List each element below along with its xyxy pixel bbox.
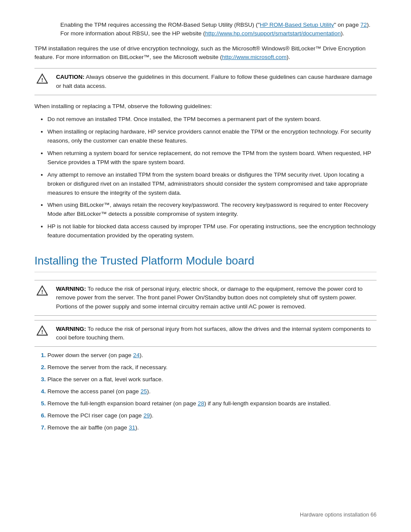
step-7-after: ). [135,424,139,431]
svg-text:!: ! [41,77,43,83]
step-7-text: Remove the air baffle (on page [47,424,129,431]
tpm-note-text1: TPM installation requires the use of dri… [34,45,365,61]
steps-list: Power down the server (on page 24). Remo… [47,351,377,432]
page: Enabling the TPM requires accessing the … [0,0,411,532]
microsoft-link[interactable]: http://www.microsoft.com [222,54,286,60]
list-item: When returning a system board for servic… [47,149,377,167]
svg-text:!: ! [41,329,43,335]
step-5-text: Remove the full-length expansion board r… [47,400,198,407]
step-6-link[interactable]: 29 [143,412,150,419]
intro-text-1: Enabling the TPM requires accessing the … [60,22,260,28]
caution-label: CAUTION: [56,74,84,80]
tpm-install-note: TPM installation requires the use of dri… [34,44,377,62]
step-1-link[interactable]: 24 [133,352,140,358]
step-6-after: ). [150,412,153,419]
step-5: Remove the full-length expansion board r… [47,399,377,408]
warning-label-1: WARNING: [56,286,86,292]
warning-icon-2: ! [34,325,50,336]
list-item: Any attempt to remove an installed TPM f… [47,171,377,198]
step-7: Remove the air baffle (on page 31). [47,423,377,432]
section-heading: Installing the Trusted Platform Module b… [34,252,377,272]
step-5-after: ) if any full-length expansion boards ar… [204,400,330,407]
step-4-link[interactable]: 25 [140,388,147,395]
page-footer: Hardware options installation 66 [300,511,377,519]
svg-text:!: ! [41,289,43,295]
warning-label-2: WARNING: [56,326,86,332]
warning-box-1: ! WARNING: To reduce the risk of persona… [34,280,377,316]
step-4-after: ). [147,388,150,395]
bullet-list: Do not remove an installed TPM. Once ins… [47,115,377,240]
warning-icon-1: ! [34,285,50,296]
step-3: Place the server on a flat, level work s… [47,375,377,384]
warning-box-2: ! WARNING: To reduce the risk of persona… [34,320,377,347]
list-item: When using BitLocker™, always retain the… [47,201,377,219]
step-4-text: Remove the access panel (on page [47,388,140,395]
intro-text-4: ). [341,30,344,37]
step-7-link[interactable]: 31 [129,424,135,431]
step-3-text: Place the server on a flat, level work s… [47,376,163,383]
step-1: Power down the server (on page 24). [47,351,377,360]
step-4: Remove the access panel (on page 25). [47,387,377,396]
caution-icon: ! [34,73,50,84]
step-1-after: ). [140,352,143,358]
tpm-note-text2: ). [286,54,290,60]
hp-support-link[interactable]: http://www.hp.com/support/smartstart/doc… [205,30,341,37]
intro-text-2: " on page [334,22,360,28]
step-2: Remove the server from the rack, if nece… [47,363,377,372]
caution-text: CAUTION: Always observe the guidelines i… [56,73,377,90]
list-item: Do not remove an installed TPM. Once ins… [47,115,377,124]
step-5-link[interactable]: 28 [198,400,204,407]
rbsu-link[interactable]: HP ROM-Based Setup Utility [260,22,334,28]
caution-body: Always observe the guidelines in this do… [56,74,372,89]
warning-text-1: WARNING: To reduce the risk of personal … [56,285,377,311]
warning-text-2: WARNING: To reduce the risk of personal … [56,325,377,342]
list-item: When installing or replacing hardware, H… [47,128,377,146]
guidelines-intro: When installing or replacing a TPM, obse… [34,102,377,111]
step-2-text: Remove the server from the rack, if nece… [47,364,168,370]
list-item: HP is not liable for blocked data access… [47,222,377,240]
step-1-text: Power down the server (on page [47,352,133,358]
footer-text: Hardware options installation 66 [300,512,377,518]
warning-body-2: To reduce the risk of personal injury fr… [56,326,371,341]
step-6-text: Remove the PCI riser cage (on page [47,412,143,419]
warning-body-1: To reduce the risk of personal injury, e… [56,286,363,310]
step-6: Remove the PCI riser cage (on page 29). [47,411,377,420]
intro-block: Enabling the TPM requires accessing the … [60,21,377,38]
page-72-link[interactable]: 72 [360,22,367,28]
intro-paragraph: Enabling the TPM requires accessing the … [60,21,377,38]
caution-box: ! CAUTION: Always observe the guidelines… [34,68,377,95]
